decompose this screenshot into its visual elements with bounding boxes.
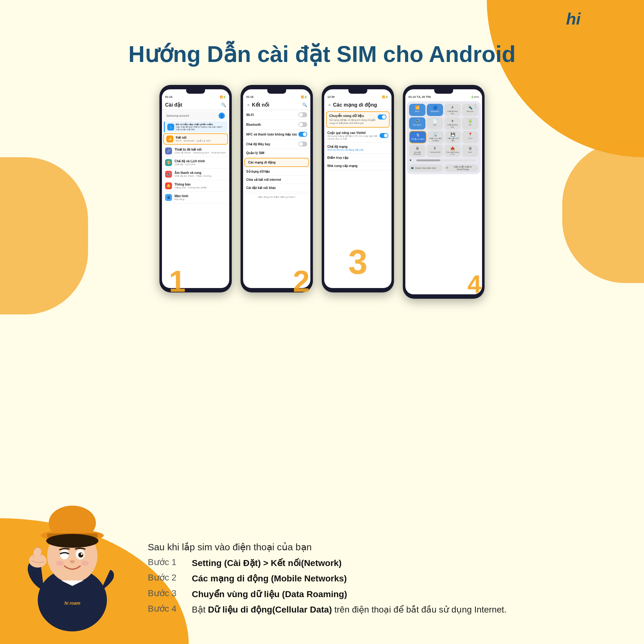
ketNoi-icon: 📶 <box>166 136 173 142</box>
instruction-row-2: Bước 2 Các mạng di động (Mobile Networks… <box>148 572 619 585</box>
phone-2-back-icon[interactable]: ＜ <box>246 102 251 108</box>
qs-linkwindows-tile[interactable]: 🖥 Liên kết Windows <box>409 145 425 157</box>
menu-item-cheDoLichTrinh[interactable]: 🎨 Chế độ và Lịch trình Chế độ · Lịch trì… <box>162 157 229 169</box>
menu-connSettings[interactable]: Cài đặt kết nối khác <box>243 184 310 192</box>
phone-2-search-icon[interactable]: 🔍 <box>302 103 307 107</box>
phone-2-screen: 01:16 📶🔋 ＜ Kết nối 🔍 Wi-Fi <box>243 89 310 288</box>
menu-simManage[interactable]: Quản lý SIM <box>243 149 310 157</box>
qs-airplane2-tile[interactable]: ✈ Chế độ Máy bay <box>444 117 461 130</box>
instruction-row-3: Bước 3 Chuyển vùng dữ liệu (Data Roaming… <box>148 588 619 600</box>
qs-airplane-tile[interactable]: ✈ Chế độ Máy bay <box>444 104 461 116</box>
menu-hotspot[interactable]: Chia sẻ kết nối internet <box>243 176 310 184</box>
phone-1-search-icon[interactable]: 🔍 <box>221 103 226 107</box>
hotspot-content: Chia sẻ kết nối internet <box>246 178 307 181</box>
thietBi-sub: Chia sẻ nhanh · Samsung DeX · Android Au… <box>175 151 226 154</box>
nfc-toggle[interactable] <box>298 132 307 137</box>
qs-sound-tile[interactable]: 🔊 Âm thanh <box>409 117 425 130</box>
qs-more-button[interactable]: ⋮ <box>473 103 478 109</box>
phone-3-back-icon[interactable]: ＜ <box>327 102 332 108</box>
phone-1-wrapper: 01:14 📶🔋 Cài đặt 🔍 Samsung account 👤 ↓ Đ… <box>159 85 232 305</box>
menu-item-amThanh[interactable]: 🔊 Âm thanh và rung Chế độ âm thanh · Nhạ… <box>162 169 229 180</box>
brightness-row: ☀ <box>409 158 478 163</box>
phone-3-header: ＜ Các mạng di động <box>324 100 391 110</box>
nfc-content: NFC và thanh toán không tiếp xúc <box>246 133 298 136</box>
character-illustration: hi roam <box>13 480 132 631</box>
roaming-toggle[interactable] <box>378 114 386 119</box>
qs-dex-tile[interactable]: 🖥 DeX <box>462 145 478 157</box>
brightness-bar[interactable] <box>416 159 476 161</box>
qs-share-tile[interactable]: 📤 Chia sẻ Không có ai <box>444 145 461 157</box>
qs-battery-tile[interactable]: 🔋 Pin <box>462 117 478 130</box>
thongBao-icon: 🔔 <box>165 182 172 189</box>
phone-2-status-bar: 01:16 📶🔋 <box>243 94 310 100</box>
qs-datasave-tile[interactable]: 💾 Tiết kiệm dữ liệu <box>445 131 461 143</box>
menu-nfc[interactable]: NFC và thanh toán không tiếp xúc <box>243 130 310 139</box>
qs-wifi-tile[interactable]: 📶 Wi-Fi <box>409 104 425 116</box>
qs-location-tile[interactable]: 📍 Vị trí <box>462 131 478 143</box>
bluetooth-toggle[interactable] <box>298 122 307 127</box>
samsung-account-bar: Samsung account 👤 <box>164 111 227 120</box>
qs-smartthings-tile[interactable]: ⚙ Điều khiển thiết bị SmartThings <box>444 164 478 172</box>
qs-location-icon: 📍 <box>468 132 473 137</box>
qs-bottom-row: 📺 Smart View Màn hình ⚙ Điều khiển thiết… <box>409 164 478 172</box>
menu-carrier[interactable]: Nhà cung cấp mạng <box>324 162 391 170</box>
roaming-title: Chuyển vùng dữ liệu <box>329 114 376 118</box>
qs-data-icon: ⇅ <box>416 133 419 137</box>
phone-4-status-bar: 01:14 T.5, 20 Th6 🔋60% <box>405 94 482 100</box>
qs-smartview-tile[interactable]: 📺 Smart View Màn hình <box>409 164 443 172</box>
qs-flashlight-label: Đèn pin <box>467 110 474 113</box>
step-1-label: Bước 1 <box>148 557 192 567</box>
menu-networkMode[interactable]: Chế độ mạng 5G/LTE/3G/2G (tự động kết nố… <box>324 143 391 154</box>
simManage-title: Quản lý SIM <box>246 151 307 155</box>
step-4-label-text: Bước 4 <box>148 603 192 614</box>
qs-doc-tile[interactable]: 📄 Doc <box>427 117 443 130</box>
simManage-content: Quản lý SIM <box>246 151 307 155</box>
nfc-title: NFC và thanh toán không tiếp xúc <box>246 133 298 136</box>
qs-data-tile[interactable]: ⇅ Dữ liệu di động <box>409 131 426 143</box>
cheDo-content: Chế độ và Lịch trình Chế độ · Lịch trình <box>175 159 226 166</box>
flight-toggle[interactable] <box>298 142 307 147</box>
phone-1-screen: 01:14 📶🔋 Cài đặt 🔍 Samsung account 👤 ↓ Đ… <box>162 89 229 288</box>
qs-hotspot-icon: 📡 <box>433 132 438 137</box>
phone-3-time: 12:30 <box>327 95 335 98</box>
wifi-toggle[interactable] <box>298 112 307 117</box>
phone-3-status-bar: 12:30 📶🔋 <box>324 94 391 100</box>
qs-hotspot-tile[interactable]: 📡 Điểm truy cập di động <box>428 131 444 143</box>
roaming-section[interactable]: Chuyển vùng dữ liệu Sử dụng dữ liệu di đ… <box>326 111 390 128</box>
manHinh-sub: Độ sáng... <box>175 198 226 201</box>
apn-content: Điểm truy cập <box>327 156 388 159</box>
menu-item-ketNoi[interactable]: 📶 Kết nối Wi-Fi · Bluetooth · Quản lý SI… <box>163 133 228 145</box>
menu-item-manHinh[interactable]: 🖥 Màn hình Độ sáng... <box>162 192 229 203</box>
menu-mobileNetworks[interactable]: Các mạng di động <box>244 158 309 167</box>
qs-row-1: 📶 Wi-Fi 🔵 Bluetooth ✈ Chế độ Máy bay <box>409 104 478 116</box>
qs-doc-icon: 📄 <box>433 119 437 123</box>
menu-wifi[interactable]: Wi-Fi <box>243 110 310 120</box>
qs-dex-label: DeX <box>468 151 472 153</box>
voLte-toggle[interactable] <box>380 133 388 138</box>
svg-point-11 <box>70 560 75 563</box>
phone-1-notch <box>186 89 205 94</box>
menu-apn[interactable]: Điểm truy cập <box>324 154 391 162</box>
svg-point-9 <box>78 552 83 558</box>
menu-item-thongBao[interactable]: 🔔 Thông báo Trạng thái · Không làm phiền <box>162 180 229 192</box>
menu-flight[interactable]: Chế độ Máy bay <box>243 139 310 149</box>
phone-1-status-bar: 01:14 📶🔋 <box>162 94 229 100</box>
qs-hotspot-label: Điểm truy cập di động <box>429 137 442 142</box>
qs-row-3: ⇅ Dữ liệu di động 📡 Điểm truy cập di độn… <box>409 131 478 143</box>
menu-bluetooth[interactable]: Bluetooth <box>243 120 310 130</box>
phones-container: 01:14 📶🔋 Cài đặt 🔍 Samsung account 👤 ↓ Đ… <box>19 85 625 305</box>
qs-battery-label: Pin <box>469 124 472 126</box>
menu-dataUsage[interactable]: Sử dụng dữ liệu <box>243 168 310 176</box>
step-4-text: Bật Dữ liệu di động(Cellular Data) trên … <box>192 603 507 616</box>
networkMode-title: Chế độ mạng <box>327 145 388 148</box>
step-3-text: Chuyển vùng dữ liệu (Data Roaming) <box>192 588 347 600</box>
carrier-title: Nhà cung cấp mạng <box>327 164 388 168</box>
step-number-4: 4 <box>468 270 482 299</box>
phone-1: 01:14 📶🔋 Cài đặt 🔍 Samsung account 👤 ↓ Đ… <box>159 85 232 292</box>
menu-voLte[interactable]: Cuộc gọi nâng cao Viettel Sử dụng mạng d… <box>324 129 391 143</box>
qs-bluetooth-tile[interactable]: 🔵 Bluetooth <box>427 104 443 116</box>
thongBao-title: Thông báo <box>175 183 226 186</box>
qs-recorder-tile[interactable]: 🎙 Trình ghi MH <box>427 145 443 157</box>
qs-smartview-icon: 📺 <box>411 167 414 169</box>
menu-item-thietBi[interactable]: 🔗 Thiết bị đã kết nối Chia sẻ nhanh · Sa… <box>162 145 229 157</box>
